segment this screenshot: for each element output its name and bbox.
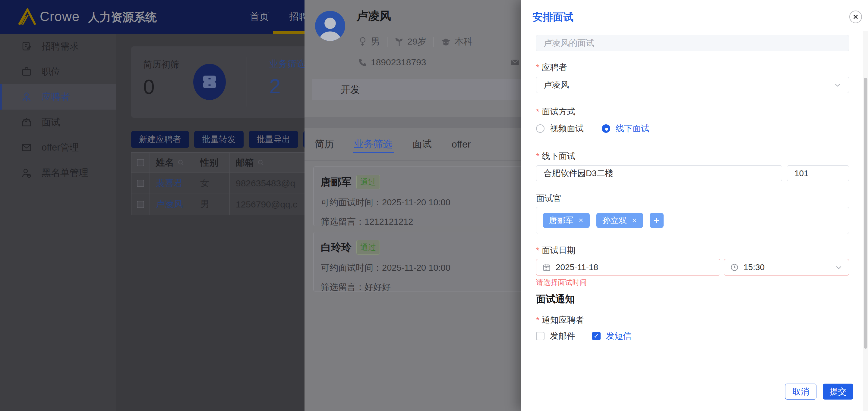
candidate-field-label: 应聘者	[536, 62, 567, 73]
sprout-icon	[395, 37, 404, 47]
room-input[interactable]	[787, 165, 849, 181]
screening-note: 1212121212	[365, 217, 413, 227]
date-error-message: 请选择面试时间	[536, 278, 587, 287]
person-icon	[21, 92, 32, 102]
stat-label: 业务筛选	[269, 58, 305, 70]
candidate-name: 卢凌风	[356, 8, 391, 24]
notice-section-title: 面试通知	[536, 293, 575, 306]
screening-card: 白玲玲 通过 可约面试时间：2025-11-20 10:00 筛选留言：好好好	[313, 232, 521, 292]
address-input[interactable]	[536, 165, 782, 181]
candidate-name-link[interactable]: 裴喜君	[150, 173, 194, 194]
remove-tag-icon[interactable]	[578, 218, 584, 223]
plus-icon	[653, 217, 660, 224]
interview-title-input[interactable]	[536, 35, 849, 51]
archive-drawer-icon	[193, 64, 226, 100]
applied-position-bar: 开发	[312, 79, 521, 100]
detail-tab[interactable]: 业务筛选	[353, 128, 394, 161]
sidebar-item-label: 黑名单管理	[41, 167, 88, 179]
candidate-name-link[interactable]: 卢凌风	[150, 194, 194, 215]
toolbar-button[interactable]: 批量转发	[194, 131, 244, 148]
chevron-down-icon	[835, 264, 843, 271]
close-icon[interactable]	[849, 10, 862, 23]
calendar-icon	[542, 263, 551, 272]
sidebar-item-recruit-needs[interactable]: 招聘需求	[0, 34, 116, 59]
time-picker[interactable]: 15:30	[724, 259, 849, 275]
document-edit-icon	[21, 41, 32, 52]
brand-name: Crowe	[40, 9, 80, 24]
radio-icon	[536, 124, 545, 133]
sidebar: 招聘需求 职位 应聘者 面试 offer管理 黑名单管理	[0, 34, 116, 411]
add-interviewer-button[interactable]	[650, 213, 663, 228]
screening-note: 好好好	[365, 282, 391, 292]
cancel-button[interactable]: 取消	[785, 384, 816, 400]
interviewer-tag[interactable]: 唐郦军	[543, 213, 590, 228]
radio-option[interactable]: 视频面试	[536, 123, 584, 134]
interviewers-box: 唐郦军 孙立双	[536, 207, 849, 234]
submit-button[interactable]: 提交	[823, 384, 853, 400]
graduation-cap-icon	[441, 37, 451, 46]
sidebar-item-label: 职位	[41, 65, 60, 78]
sidebar-item-offers[interactable]: offer管理	[0, 135, 116, 160]
method-field-label: 面试方式	[536, 106, 576, 117]
date-picker[interactable]: 2025-11-18	[536, 259, 720, 275]
stat-value: 2	[269, 74, 305, 98]
candidate-gender: 女	[194, 173, 230, 194]
mail-open-icon	[21, 117, 32, 128]
stat-value: 0	[143, 75, 179, 99]
status-badge: 通过	[356, 240, 380, 255]
gender-icon	[358, 37, 367, 47]
stat-label: 简历初筛	[143, 59, 179, 71]
screening-cards: 唐郦军 通过 可约面试时间：2025-11-20 10:00 筛选留言：1212…	[313, 167, 521, 292]
sidebar-item-blacklist[interactable]: 黑名单管理	[0, 160, 116, 185]
drawer-footer: 取消 提交	[521, 380, 868, 411]
interviewer-tag[interactable]: 孙立双	[596, 213, 643, 228]
drawer-scrollbar	[863, 31, 868, 411]
select-all-checkbox[interactable]	[137, 159, 144, 166]
sidebar-item-label: 招聘需求	[41, 40, 79, 53]
scrollbar-thumb[interactable]	[864, 78, 867, 349]
detail-tab[interactable]: 简历	[314, 128, 335, 161]
radio-option[interactable]: 线下面试	[602, 123, 649, 134]
phone-icon	[358, 58, 367, 67]
product-name: 人力资源系统	[88, 10, 157, 25]
sidebar-item-label: 面试	[41, 116, 60, 129]
schedule-interview-drawer: 安排面试 应聘者 卢凌风 面试方式 视频面试 线下面试 线下面试 面试官 唐郦军	[521, 0, 868, 411]
detail-tab[interactable]: 面试	[411, 128, 433, 161]
clock-icon	[730, 263, 739, 272]
interview-method-radios: 视频面试 线下面试	[536, 123, 649, 134]
detail-tab[interactable]: offer	[451, 128, 472, 161]
search-icon[interactable]	[257, 159, 265, 167]
row-checkbox[interactable]	[137, 201, 144, 208]
checkbox-option[interactable]: 发短信	[592, 330, 631, 342]
crowe-logo-icon	[17, 8, 38, 26]
offline-field-label: 线下面试	[536, 150, 576, 162]
screener-name: 白玲玲	[321, 241, 351, 254]
screening-card: 唐郦军 通过 可约面试时间：2025-11-20 10:00 筛选留言：1212…	[313, 167, 521, 226]
sidebar-item-positions[interactable]: 职位	[0, 59, 116, 84]
table-column-header: 性别	[194, 153, 230, 173]
remove-tag-icon[interactable]	[632, 218, 637, 223]
radio-icon	[602, 124, 610, 133]
notify-checkboxes: 发邮件 发短信	[536, 330, 631, 342]
date-field-label: 面试日期	[536, 245, 576, 256]
row-checkbox[interactable]	[137, 180, 144, 187]
sidebar-item-label: 应聘者	[41, 91, 70, 103]
stats-divider	[247, 57, 247, 107]
candidate-select[interactable]: 卢凌风	[536, 77, 849, 93]
drawer-header: 安排面试	[521, 0, 868, 31]
chevron-down-icon	[834, 81, 841, 89]
candidate-info-row: 男 29岁 本科	[358, 36, 480, 48]
available-time: 2025-11-20 10:00	[382, 198, 451, 207]
toolbar-button[interactable]: 批量导出	[249, 131, 298, 148]
sidebar-item-candidates[interactable]: 应聘者	[0, 84, 116, 110]
envelope-icon	[21, 142, 32, 153]
candidate-gender: 男	[194, 194, 230, 215]
detail-tabs: 简历业务筛选面试offer	[314, 128, 472, 161]
notify-field-label: 通知应聘者	[536, 314, 584, 326]
sidebar-item-interviews[interactable]: 面试	[0, 110, 116, 135]
search-icon[interactable]	[177, 159, 185, 167]
toolbar-button[interactable]: 新建应聘者	[131, 131, 189, 148]
table-column-header: 姓名	[150, 153, 194, 173]
checkbox-icon	[592, 332, 600, 340]
checkbox-option[interactable]: 发邮件	[536, 330, 575, 342]
